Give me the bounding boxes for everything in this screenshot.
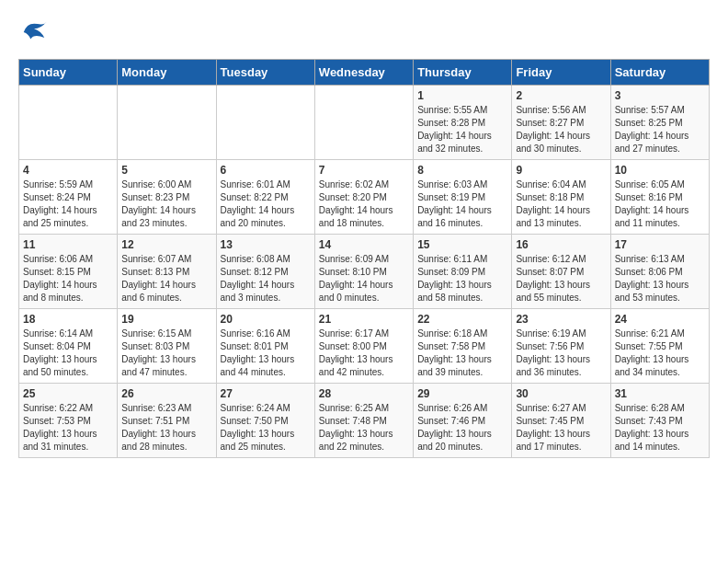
daylight-hours: Daylight: 14 hours and 23 minutes. bbox=[121, 205, 196, 228]
sunset-time: Sunset: 8:15 PM bbox=[23, 267, 91, 277]
daylight-hours: Daylight: 13 hours and 39 minutes. bbox=[417, 354, 492, 377]
calendar-day-cell: 8 Sunrise: 6:03 AM Sunset: 8:19 PM Dayli… bbox=[414, 160, 512, 235]
sunset-time: Sunset: 8:23 PM bbox=[121, 192, 189, 202]
sunset-time: Sunset: 7:46 PM bbox=[417, 416, 485, 426]
day-info: Sunrise: 6:26 AM Sunset: 7:46 PM Dayligh… bbox=[417, 402, 507, 454]
day-info: Sunrise: 6:15 AM Sunset: 8:03 PM Dayligh… bbox=[121, 327, 211, 379]
day-info: Sunrise: 6:18 AM Sunset: 7:58 PM Dayligh… bbox=[417, 327, 507, 379]
day-number: 24 bbox=[615, 313, 705, 326]
day-info: Sunrise: 6:25 AM Sunset: 7:48 PM Dayligh… bbox=[319, 402, 409, 454]
day-of-week-header: Saturday bbox=[610, 60, 709, 86]
day-number: 22 bbox=[417, 313, 507, 326]
day-info: Sunrise: 5:55 AM Sunset: 8:28 PM Dayligh… bbox=[417, 104, 507, 155]
calendar-day-cell: 11 Sunrise: 6:06 AM Sunset: 8:15 PM Dayl… bbox=[19, 235, 118, 309]
day-number: 23 bbox=[516, 313, 606, 326]
calendar-day-cell bbox=[19, 86, 118, 160]
calendar-day-cell: 20 Sunrise: 6:16 AM Sunset: 8:01 PM Dayl… bbox=[216, 309, 314, 384]
sunset-time: Sunset: 7:50 PM bbox=[221, 416, 289, 426]
day-of-week-header: Tuesday bbox=[216, 60, 314, 86]
daylight-hours: Daylight: 13 hours and 36 minutes. bbox=[516, 354, 590, 377]
calendar-day-cell bbox=[314, 86, 413, 160]
calendar-day-cell: 23 Sunrise: 6:19 AM Sunset: 7:56 PM Dayl… bbox=[512, 309, 610, 384]
sunset-time: Sunset: 8:13 PM bbox=[121, 267, 189, 277]
sunrise-time: Sunrise: 6:03 AM bbox=[417, 179, 487, 190]
calendar-day-cell bbox=[216, 86, 314, 160]
sunrise-time: Sunrise: 6:26 AM bbox=[417, 403, 487, 413]
calendar-week-row: 1 Sunrise: 5:55 AM Sunset: 8:28 PM Dayli… bbox=[19, 86, 710, 160]
day-info: Sunrise: 6:00 AM Sunset: 8:23 PM Dayligh… bbox=[121, 178, 211, 230]
day-number: 17 bbox=[615, 238, 705, 251]
sunset-time: Sunset: 8:10 PM bbox=[319, 267, 387, 277]
day-number: 31 bbox=[615, 387, 705, 400]
calendar-day-cell: 10 Sunrise: 6:05 AM Sunset: 8:16 PM Dayl… bbox=[610, 160, 709, 235]
sunrise-time: Sunrise: 6:07 AM bbox=[121, 254, 191, 264]
day-number: 30 bbox=[516, 387, 606, 400]
daylight-hours: Daylight: 13 hours and 17 minutes. bbox=[516, 429, 590, 452]
day-number: 10 bbox=[615, 164, 705, 177]
calendar-week-row: 25 Sunrise: 6:22 AM Sunset: 7:53 PM Dayl… bbox=[19, 384, 710, 458]
daylight-hours: Daylight: 14 hours and 8 minutes. bbox=[23, 280, 97, 303]
daylight-hours: Daylight: 14 hours and 6 minutes. bbox=[121, 280, 196, 303]
day-number: 2 bbox=[516, 89, 606, 102]
calendar-day-cell: 29 Sunrise: 6:26 AM Sunset: 7:46 PM Dayl… bbox=[414, 384, 512, 458]
calendar-day-cell: 21 Sunrise: 6:17 AM Sunset: 8:00 PM Dayl… bbox=[314, 309, 413, 384]
day-info: Sunrise: 6:09 AM Sunset: 8:10 PM Dayligh… bbox=[319, 253, 409, 304]
calendar-day-cell: 5 Sunrise: 6:00 AM Sunset: 8:23 PM Dayli… bbox=[118, 160, 216, 235]
daylight-hours: Daylight: 13 hours and 55 minutes. bbox=[516, 280, 590, 303]
calendar-header-row: SundayMondayTuesdayWednesdayThursdayFrid… bbox=[19, 60, 710, 86]
day-info: Sunrise: 6:17 AM Sunset: 8:00 PM Dayligh… bbox=[319, 327, 409, 379]
calendar-day-cell: 14 Sunrise: 6:09 AM Sunset: 8:10 PM Dayl… bbox=[314, 235, 413, 309]
daylight-hours: Daylight: 13 hours and 20 minutes. bbox=[417, 429, 492, 452]
sunset-time: Sunset: 7:56 PM bbox=[516, 341, 584, 351]
day-number: 11 bbox=[23, 238, 113, 251]
day-number: 4 bbox=[23, 164, 113, 177]
sunrise-time: Sunrise: 6:16 AM bbox=[221, 328, 290, 339]
daylight-hours: Daylight: 14 hours and 30 minutes. bbox=[516, 131, 590, 154]
sunrise-time: Sunrise: 6:01 AM bbox=[221, 179, 290, 190]
daylight-hours: Daylight: 14 hours and 32 minutes. bbox=[417, 131, 492, 154]
day-number: 5 bbox=[121, 164, 211, 177]
page-header bbox=[18, 18, 710, 50]
day-number: 12 bbox=[121, 238, 211, 251]
sunset-time: Sunset: 8:19 PM bbox=[417, 192, 485, 202]
sunrise-time: Sunrise: 6:12 AM bbox=[516, 254, 586, 264]
day-number: 3 bbox=[615, 89, 705, 102]
sunset-time: Sunset: 8:20 PM bbox=[319, 192, 387, 202]
day-info: Sunrise: 6:14 AM Sunset: 8:04 PM Dayligh… bbox=[23, 327, 113, 379]
daylight-hours: Daylight: 13 hours and 44 minutes. bbox=[221, 354, 295, 377]
day-number: 26 bbox=[121, 387, 211, 400]
daylight-hours: Daylight: 14 hours and 18 minutes. bbox=[319, 205, 393, 228]
sunrise-time: Sunrise: 6:05 AM bbox=[615, 179, 685, 190]
calendar-day-cell: 24 Sunrise: 6:21 AM Sunset: 7:55 PM Dayl… bbox=[610, 309, 709, 384]
sunset-time: Sunset: 8:09 PM bbox=[417, 267, 485, 277]
daylight-hours: Daylight: 13 hours and 58 minutes. bbox=[417, 280, 492, 303]
day-info: Sunrise: 6:19 AM Sunset: 7:56 PM Dayligh… bbox=[516, 327, 606, 379]
calendar-day-cell: 9 Sunrise: 6:04 AM Sunset: 8:18 PM Dayli… bbox=[512, 160, 610, 235]
daylight-hours: Daylight: 13 hours and 50 minutes. bbox=[23, 354, 97, 377]
day-info: Sunrise: 6:13 AM Sunset: 8:06 PM Dayligh… bbox=[615, 253, 705, 304]
day-info: Sunrise: 6:28 AM Sunset: 7:43 PM Dayligh… bbox=[615, 402, 705, 454]
day-number: 18 bbox=[23, 313, 113, 326]
day-info: Sunrise: 6:05 AM Sunset: 8:16 PM Dayligh… bbox=[615, 178, 705, 230]
day-info: Sunrise: 6:24 AM Sunset: 7:50 PM Dayligh… bbox=[221, 402, 311, 454]
day-number: 15 bbox=[417, 238, 507, 251]
day-number: 21 bbox=[319, 313, 409, 326]
sunset-time: Sunset: 7:43 PM bbox=[615, 416, 683, 426]
calendar-day-cell: 4 Sunrise: 5:59 AM Sunset: 8:24 PM Dayli… bbox=[19, 160, 118, 235]
sunrise-time: Sunrise: 6:14 AM bbox=[23, 328, 93, 339]
sunset-time: Sunset: 8:07 PM bbox=[516, 267, 584, 277]
calendar-day-cell: 19 Sunrise: 6:15 AM Sunset: 8:03 PM Dayl… bbox=[118, 309, 216, 384]
sunrise-time: Sunrise: 6:15 AM bbox=[121, 328, 191, 339]
day-info: Sunrise: 6:21 AM Sunset: 7:55 PM Dayligh… bbox=[615, 327, 705, 379]
day-info: Sunrise: 6:01 AM Sunset: 8:22 PM Dayligh… bbox=[221, 178, 311, 230]
daylight-hours: Daylight: 14 hours and 11 minutes. bbox=[615, 205, 689, 228]
calendar-day-cell: 6 Sunrise: 6:01 AM Sunset: 8:22 PM Dayli… bbox=[216, 160, 314, 235]
daylight-hours: Daylight: 14 hours and 3 minutes. bbox=[221, 280, 295, 303]
calendar-week-row: 11 Sunrise: 6:06 AM Sunset: 8:15 PM Dayl… bbox=[19, 235, 710, 309]
sunrise-time: Sunrise: 6:06 AM bbox=[23, 254, 93, 264]
day-info: Sunrise: 6:12 AM Sunset: 8:07 PM Dayligh… bbox=[516, 253, 606, 304]
day-number: 9 bbox=[516, 164, 606, 177]
calendar-table: SundayMondayTuesdayWednesdayThursdayFrid… bbox=[18, 59, 710, 458]
day-info: Sunrise: 6:02 AM Sunset: 8:20 PM Dayligh… bbox=[319, 178, 409, 230]
calendar-day-cell: 27 Sunrise: 6:24 AM Sunset: 7:50 PM Dayl… bbox=[216, 384, 314, 458]
